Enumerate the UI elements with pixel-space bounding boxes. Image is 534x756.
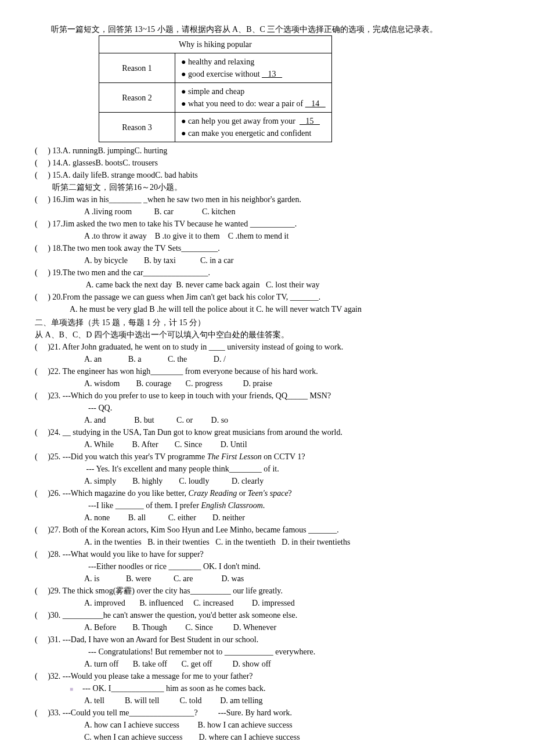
q30-options: A. Before B. Though C. Since D. Whenever [35, 621, 499, 633]
q29-options: A. improved B. influenced C. increased D… [35, 597, 499, 609]
hiking-table: Why is hiking popular Reason 1 ● healthy… [99, 35, 499, 142]
q26-options: A. none B. all C. either D. neither [35, 512, 499, 524]
reason-2-content: ● simple and cheap ● what you need to do… [175, 83, 332, 113]
q32-options: A. tell B. will tell C. told D. am telli… [35, 694, 499, 707]
q20: ( ) 20.From the passage we can guess whe… [35, 291, 499, 303]
q21: ( )21. After John graduated, he went on … [35, 341, 499, 353]
q33-options-cd: C. when I can achieve success D. where c… [35, 731, 499, 743]
q22: ( )22. The engineer has won high________… [35, 365, 499, 377]
q15: ( ) 15. A. daily life B. strange mood C.… [35, 169, 499, 181]
reason-2-label: Reason 2 [99, 83, 175, 113]
q33-options-ab: A. how can I achieve success B. how I ca… [35, 719, 499, 731]
reason-1-content: ● healthy and relaxing ● good exercise w… [175, 53, 332, 83]
q19-options: A. came back the next day B. never came … [35, 279, 499, 291]
q14: ( ) 14. A. glasses B. boots C. trousers [35, 157, 499, 169]
q21-options: A. an B. a C. the D. / [35, 353, 499, 365]
listening-intro-1: 听第一篇短文，回答第 13~15 小题，请根据内容从 A、B、C 三个选项中选择… [35, 23, 499, 35]
reason-3-content: ● can help you get away from your 15 ● c… [175, 113, 332, 142]
q26-line2: ---I like _______ of them. I prefer Engl… [35, 499, 499, 512]
q28-line2: ---Either noodles or rice ________ OK. I… [35, 560, 499, 573]
q19: ( ) 19.The two men and the car__________… [35, 267, 499, 279]
marker-dot-icon: ■ [70, 686, 73, 692]
q31-options: A. turn off B. take off C. get off D. sh… [35, 658, 499, 670]
q27-options: A. in the twenties B. in their twenties … [35, 536, 499, 548]
q23-line2: --- QQ. [35, 402, 499, 414]
q13: ( ) 13. A. running B. jumping C. hurting [35, 145, 499, 157]
q23-options: A. and B. but C. or D. so [35, 414, 499, 426]
q30: ( )30. __________he can't answer the que… [35, 609, 499, 621]
reason-1-label: Reason 1 [99, 53, 175, 83]
q23-line1: ( )23. ---Which do you prefer to use to … [35, 390, 499, 402]
q16: ( ) 16.Jim was in his________ _when he s… [35, 193, 499, 206]
section-2-instruction: 从 A、B、C、D 四个选项中选出一个可以填入句中空白处的最佳答案。 [35, 329, 499, 341]
q26-line1: ( )26. ---Which magazine do you like bet… [35, 487, 499, 499]
q31-line2: --- Congratulations! But remember not to… [35, 646, 499, 658]
q32-line2: ■ --- OK. I_____________ him as soon as … [35, 682, 499, 694]
q31-line1: ( )31. ---Dad, I have won an Award for B… [35, 633, 499, 646]
q17-options: A .to throw it away B .to give it to the… [35, 230, 499, 242]
section-2-title: 二、单项选择（共 15 题，每题 1 分，计 15 分） [35, 316, 499, 329]
q16-options: A .living room B. car C. kitchen [35, 206, 499, 218]
q24-options: A. While B. After C. Since D. Until [35, 438, 499, 451]
q18: ( ) 18.The two men took away the TV Sets… [35, 242, 499, 254]
q22-options: A. wisdom B. courage C. progress D. prai… [35, 377, 499, 390]
q25-line2: --- Yes. It's excellent and many people … [35, 463, 499, 475]
q33: ( )33. ---Could you tell me_____________… [35, 707, 499, 719]
q25-options: A. simply B. highly C. loudly D. clearly [35, 475, 499, 487]
q20-options: A. he must be very glad B .he will tell … [35, 303, 499, 315]
q17: ( ) 17.Jim asked the two men to take his… [35, 218, 499, 230]
q27: ( )27. Both of the Korean actors, Kim So… [35, 524, 499, 536]
q18-options: A. by bicycle B. by taxi C. in a car [35, 254, 499, 267]
q28-line1: ( )28. ---What would you like to have fo… [35, 548, 499, 560]
table-title: Why is hiking popular [99, 36, 332, 53]
reason-3-label: Reason 3 [99, 113, 175, 142]
q28-options: A. is B. were C. are D. was [35, 573, 499, 585]
q32-line1: ( )32. ---Would you please take a messag… [35, 670, 499, 682]
listening-intro-2: 听第二篇短文，回答第16～20小题。 [52, 181, 499, 193]
q25-line1: ( )25. ---Did you watch this year's TV p… [35, 451, 499, 463]
q29: ( )29. The thick smog(雾霾) over the city … [35, 585, 499, 597]
q24: ( )24. __ studying in the USA, Tan Dun g… [35, 426, 499, 438]
